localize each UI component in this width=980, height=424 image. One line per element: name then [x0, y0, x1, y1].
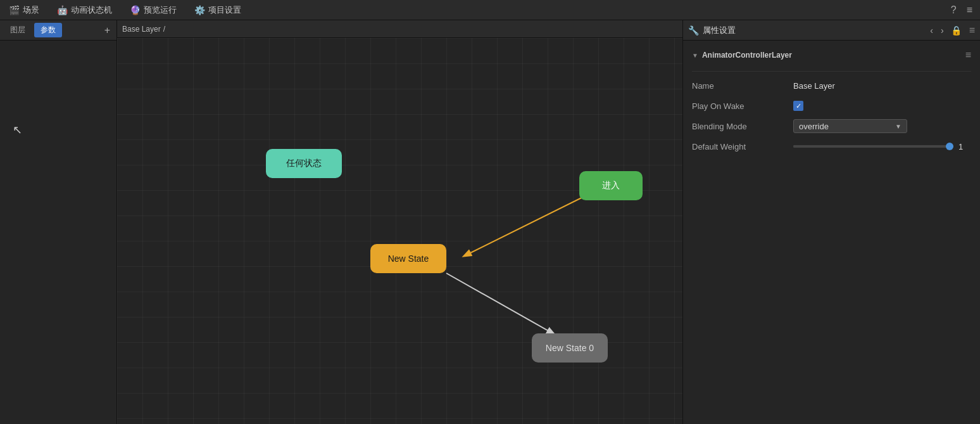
- node-entry[interactable]: 进入: [579, 171, 643, 200]
- section-menu-button[interactable]: ≡: [965, 49, 971, 61]
- node-any-state-label: 任何状态: [286, 158, 322, 169]
- prop-play-on-wake-row: Play On Wake: [692, 98, 971, 113]
- section-divider: [692, 71, 971, 72]
- menu-preview-label: 预览运行: [144, 4, 177, 16]
- default-weight-slider-track[interactable]: [793, 145, 953, 148]
- panel-back-button[interactable]: ‹: [927, 24, 936, 37]
- node-new-state-0-label: New State 0: [546, 343, 594, 353]
- prop-default-weight-label: Default Weight: [692, 142, 793, 151]
- default-weight-slider-container: 1: [793, 142, 971, 151]
- menu-settings-label: 项目设置: [208, 4, 241, 16]
- dropdown-arrow-icon: ▼: [895, 123, 901, 130]
- menu-scene[interactable]: 🎬 场景: [5, 3, 43, 17]
- tab-params[interactable]: 参数: [34, 23, 62, 37]
- node-entry-label: 进入: [602, 180, 620, 191]
- svg-line-1: [446, 273, 554, 334]
- preview-icon: 🔮: [130, 5, 141, 15]
- prop-blending-mode-row: Blending Mode override ▼: [692, 119, 971, 134]
- more-button[interactable]: ≡: [964, 3, 975, 17]
- menu-animator-label: 动画状态机: [71, 4, 112, 16]
- breadcrumb-bar: Base Layer /: [117, 20, 682, 38]
- main-layout: 图层 参数 + ↖ Base Layer /: [0, 20, 980, 424]
- node-any-state[interactable]: 任何状态: [266, 149, 342, 178]
- slider-thumb[interactable]: [946, 143, 953, 150]
- sidebar-content: ↖: [0, 41, 116, 424]
- blending-mode-dropdown[interactable]: override ▼: [793, 119, 907, 133]
- right-panel-content: ▼ AnimatorControllerLayer ≡ Name Base La…: [683, 41, 980, 424]
- menu-bar: 🎬 场景 🤖 动画状态机 🔮 预览运行 ⚙️ 项目设置 ? ≡: [0, 0, 980, 20]
- scene-icon: 🎬: [9, 5, 20, 15]
- panel-more-button[interactable]: ≡: [969, 25, 975, 36]
- play-on-wake-checkbox[interactable]: [793, 101, 803, 111]
- settings-icon: ⚙️: [194, 5, 205, 15]
- cursor-arrow: ↖: [13, 123, 22, 137]
- animator-icon: 🤖: [57, 5, 68, 15]
- blending-mode-value: override: [799, 122, 829, 131]
- section-title: AnimatorControllerLayer: [702, 51, 792, 60]
- menu-scene-label: 场景: [23, 4, 39, 16]
- prop-play-on-wake-label: Play On Wake: [692, 101, 793, 111]
- menu-settings[interactable]: ⚙️ 项目设置: [191, 3, 245, 17]
- menu-animator[interactable]: 🤖 动画状态机: [53, 3, 116, 17]
- add-tab-button[interactable]: +: [102, 25, 113, 36]
- tab-layers[interactable]: 图层: [4, 23, 32, 37]
- prop-name-row: Name Base Layer: [692, 78, 971, 93]
- section-toggle-arrow[interactable]: ▼: [692, 52, 698, 59]
- panel-icon: 🔧: [688, 25, 699, 35]
- connection-arrows: [117, 38, 682, 424]
- canvas-area[interactable]: 任何状态 进入 New State New State 0: [117, 38, 682, 424]
- menu-preview[interactable]: 🔮 预览运行: [126, 3, 180, 17]
- help-button[interactable]: ?: [948, 3, 959, 17]
- panel-title: 属性设置: [703, 25, 923, 36]
- lock-icon[interactable]: 🔒: [951, 25, 962, 35]
- prop-name-label: Name: [692, 81, 793, 91]
- breadcrumb-text: Base Layer: [122, 25, 161, 34]
- right-panel-header: 🔧 属性设置 ‹ › 🔒 ≡: [683, 20, 980, 41]
- node-new-state[interactable]: New State: [370, 244, 446, 273]
- slider-fill: [793, 145, 953, 148]
- panel-nav: ‹ ›: [927, 24, 946, 37]
- panel-forward-button[interactable]: ›: [938, 24, 947, 37]
- menu-right-actions: ? ≡: [948, 3, 975, 17]
- node-new-state-0[interactable]: New State 0: [532, 333, 608, 363]
- prop-default-weight-row: Default Weight 1: [692, 139, 971, 154]
- prop-name-value[interactable]: Base Layer: [793, 81, 971, 91]
- default-weight-value: 1: [958, 142, 971, 151]
- right-panel: 🔧 属性设置 ‹ › 🔒 ≡ ▼ AnimatorControllerLayer…: [682, 20, 980, 424]
- breadcrumb-separator: /: [163, 25, 165, 34]
- tab-row: 图层 参数 +: [0, 20, 116, 41]
- left-sidebar: 图层 参数 + ↖: [0, 20, 117, 424]
- node-new-state-label: New State: [388, 254, 429, 264]
- prop-blending-mode-label: Blending Mode: [692, 122, 793, 131]
- section-header: ▼ AnimatorControllerLayer ≡: [692, 47, 971, 63]
